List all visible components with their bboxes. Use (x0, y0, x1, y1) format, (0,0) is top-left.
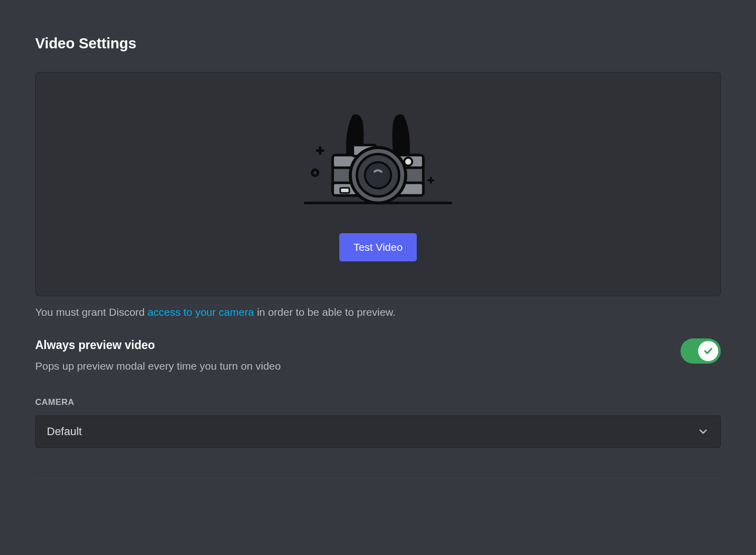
info-suffix: in order to be able to preview. (254, 306, 396, 318)
camera-selected-value: Default (47, 425, 82, 438)
camera-access-info: You must grant Discord access to your ca… (35, 306, 721, 318)
svg-point-7 (365, 162, 391, 188)
always-preview-toggle[interactable] (681, 338, 721, 364)
chevron-down-icon (697, 426, 709, 438)
toggle-knob (698, 341, 718, 361)
test-video-button[interactable]: Test Video (339, 233, 417, 261)
svg-point-8 (404, 158, 412, 166)
svg-rect-9 (340, 188, 349, 193)
info-prefix: You must grant Discord (35, 306, 147, 318)
always-preview-section: Always preview video Pops up preview mod… (35, 338, 721, 372)
toggle-label: Always preview video (35, 338, 281, 352)
camera-illustration (295, 107, 461, 208)
page-title: Video Settings (35, 35, 721, 52)
check-icon (703, 345, 714, 357)
camera-access-link[interactable]: access to your camera (147, 306, 254, 318)
video-preview-panel: Test Video (35, 72, 721, 296)
svg-point-10 (312, 170, 318, 176)
camera-section-label: CAMERA (35, 397, 721, 407)
toggle-description: Pops up preview modal every time you tur… (35, 360, 281, 372)
camera-dropdown[interactable]: Default (35, 415, 721, 448)
section-divider (35, 478, 721, 478)
